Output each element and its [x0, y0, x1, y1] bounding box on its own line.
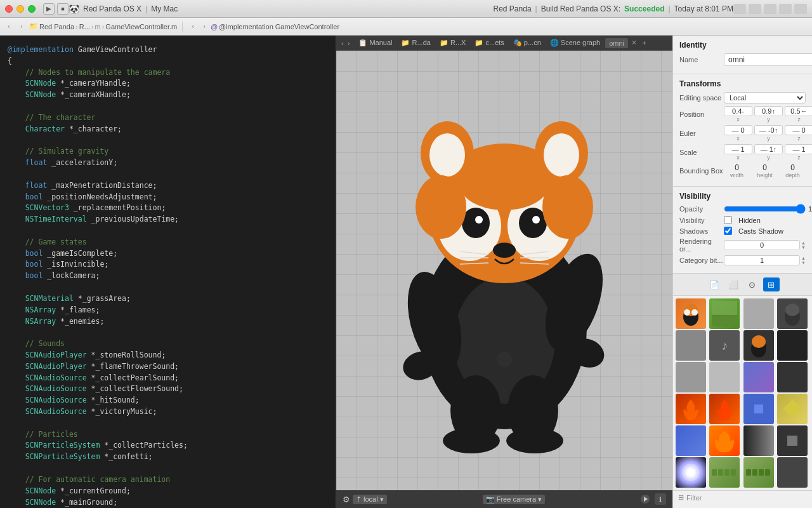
tab-scene-graph[interactable]: 🌐 Scene graph [546, 37, 604, 48]
svg-point-31 [460, 159, 549, 210]
bc-file[interactable]: GameViewController.m [105, 23, 177, 30]
asset-cell[interactable] [743, 362, 774, 392]
code-line: SCNNode *_cameraYHandle; [8, 78, 328, 90]
nav-forward-button[interactable]: › [16, 22, 27, 32]
scene-settings-icon[interactable]: ⚙ [343, 495, 350, 504]
tab-p-cn[interactable]: 🎭 p...cn [509, 37, 545, 48]
window-controls[interactable] [5, 5, 36, 13]
code-line: SCNAudioPlayer *_stoneRollSound; [8, 350, 328, 361]
nav-back-button[interactable]: ‹ [4, 22, 14, 32]
asset-tab-circle[interactable]: ⊙ [744, 277, 761, 291]
fullscreen-button[interactable] [28, 5, 36, 13]
scene-view: ‹ › 📋 Manual 📁 R...da 📁 R...X 📁 c...ets … [336, 36, 672, 508]
asset-cell[interactable] [743, 394, 774, 424]
tab-omni[interactable]: omni [605, 38, 628, 48]
rendering-stepper[interactable]: ▲ ▼ [801, 241, 806, 250]
code-editor[interactable]: @implementation GameViewController { // … [0, 36, 336, 508]
scope-forward[interactable]: › [199, 22, 209, 32]
position-y-input[interactable] [754, 106, 783, 116]
euler-x-input[interactable] [724, 125, 752, 135]
asset-cell[interactable] [777, 330, 808, 361]
scale-x-input[interactable] [724, 144, 752, 154]
asset-cell[interactable] [743, 457, 774, 488]
asset-cell[interactable] [743, 330, 774, 361]
asset-cell[interactable] [709, 457, 740, 488]
asset-cell[interactable] [777, 298, 808, 329]
asset-cell[interactable] [709, 394, 740, 424]
name-row: Name [679, 53, 806, 66]
asset-cell[interactable] [743, 298, 774, 329]
category-input[interactable] [724, 255, 800, 265]
tab-close-icon[interactable]: ✕ [631, 39, 637, 47]
tab-nav-forward[interactable]: › [348, 39, 350, 47]
asset-cell[interactable] [676, 425, 706, 456]
scene-info-icon[interactable]: ℹ [655, 493, 666, 505]
asset-cell[interactable] [676, 362, 706, 392]
tab-add-icon[interactable]: ＋ [641, 38, 648, 48]
asset-tab-document[interactable]: 📄 [706, 277, 723, 291]
tab-r-da[interactable]: 📁 R...da [397, 37, 434, 48]
asset-cell[interactable] [676, 394, 706, 424]
local-mode-btn[interactable]: ⇡ local ▾ [353, 495, 387, 504]
tab-r-x[interactable]: 📁 R...X [436, 37, 470, 48]
bc-project[interactable]: Red Panda [39, 23, 74, 30]
bc-r[interactable]: R... [79, 23, 90, 30]
hidden-checkbox[interactable] [724, 216, 732, 224]
asset-cell[interactable] [676, 330, 706, 361]
asset-cell[interactable] [777, 425, 808, 456]
code-line: // Simulate gravity [8, 146, 328, 157]
euler-y-input[interactable] [754, 125, 783, 135]
code-line: { [8, 56, 328, 67]
identity-title: Identity [679, 41, 806, 50]
tab-manual[interactable]: 📋 Manual [355, 37, 396, 48]
asset-cell[interactable] [777, 362, 808, 392]
category-up-arrow[interactable]: ▲ [801, 256, 806, 260]
play-scene-button[interactable] [641, 495, 650, 504]
asset-cell[interactable] [709, 298, 740, 329]
scale-y-input[interactable] [754, 144, 783, 154]
casts-shadow-checkbox[interactable] [724, 227, 732, 235]
tab-c-ets[interactable]: 📁 c...ets [471, 37, 508, 48]
asset-tab-grid[interactable]: ⊞ [763, 277, 780, 291]
rendering-down-arrow[interactable]: ▼ [801, 245, 806, 250]
tab-nav-back[interactable]: ‹ [341, 39, 344, 47]
play-icon[interactable]: ▶ [43, 3, 55, 15]
name-input[interactable] [724, 53, 812, 66]
opacity-slider[interactable] [724, 204, 806, 213]
rendering-input[interactable] [724, 240, 800, 250]
asset-cell[interactable] [777, 457, 808, 488]
stop-icon[interactable]: ■ [57, 3, 69, 15]
scope-back[interactable]: ‹ [188, 22, 198, 32]
close-button[interactable] [5, 5, 13, 13]
bc-m[interactable]: m [95, 23, 101, 30]
code-line [8, 169, 328, 180]
position-x-input[interactable] [724, 106, 752, 116]
asset-cell[interactable] [777, 394, 808, 424]
code-line: SCNVector3 _replacementPosition; [8, 203, 328, 214]
camera-chevron-icon: ▾ [538, 495, 542, 504]
scheme-icon[interactable] [749, 4, 761, 14]
scale-z-input[interactable] [785, 144, 812, 154]
asset-cell[interactable] [743, 425, 774, 456]
asset-cell[interactable]: ♪ [709, 330, 740, 361]
activity-icon[interactable] [764, 4, 776, 14]
implementation-path[interactable]: @implementation GameViewController [219, 23, 339, 30]
panel-icon[interactable] [794, 4, 807, 14]
code-line [8, 463, 328, 474]
rendering-label: Rendering or... [679, 237, 724, 253]
asset-cell[interactable] [709, 425, 740, 456]
asset-cell[interactable] [709, 362, 740, 392]
minimize-button[interactable] [16, 5, 24, 13]
category-down-arrow[interactable]: ▼ [801, 260, 806, 265]
category-stepper[interactable]: ▲ ▼ [801, 256, 806, 265]
position-z-input[interactable] [785, 106, 812, 116]
asset-cell[interactable] [676, 298, 706, 329]
editing-space-select[interactable]: Local World [724, 92, 806, 104]
editor-mode-icon[interactable] [779, 4, 792, 14]
asset-tab-cube[interactable]: ⬜ [725, 277, 742, 291]
view-control-icon[interactable] [733, 4, 746, 14]
rendering-up-arrow[interactable]: ▲ [801, 241, 806, 245]
euler-z-input[interactable] [785, 125, 812, 135]
asset-cell[interactable] [676, 457, 706, 488]
camera-mode-btn[interactable]: 📷 Free camera ▾ [483, 495, 545, 504]
